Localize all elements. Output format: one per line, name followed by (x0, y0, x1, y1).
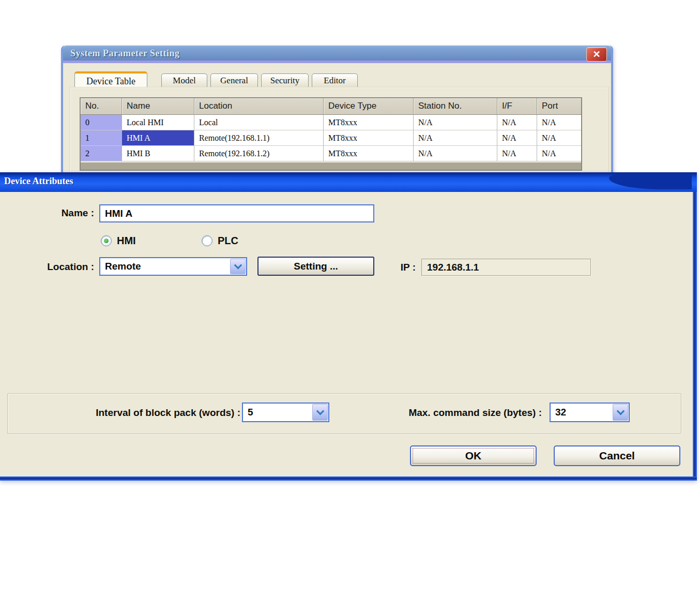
tab-model[interactable]: Model (161, 73, 207, 87)
cell-no[interactable]: 0 (81, 115, 122, 130)
cell-device-type[interactable]: MT8xxx (324, 130, 414, 146)
column-header-no: No. (81, 98, 122, 115)
device-table: No. Name Location Device Type Station No… (80, 97, 582, 171)
column-header-name: Name (122, 98, 194, 115)
close-icon[interactable]: ✕ (586, 47, 607, 62)
cell-if[interactable]: N/A (497, 130, 537, 146)
ip-value-field: 192.168.1.1 (421, 259, 591, 276)
location-label: Location : (16, 259, 94, 275)
cell-no[interactable]: 2 (81, 146, 122, 161)
radio-hmi[interactable]: HMI (101, 233, 136, 248)
name-label: Name : (31, 205, 94, 221)
cell-name-selected[interactable]: HMI A (122, 130, 194, 146)
column-header-station-no: Station No. (414, 98, 497, 115)
dialog-title: Device Attributes (4, 176, 73, 187)
table-row: 2 HMI B Remote(192.168.1.2) MT8xxx N/A N… (81, 146, 581, 161)
cell-port[interactable]: N/A (537, 146, 581, 161)
device-attributes-titlebar[interactable]: Device Attributes (0, 172, 697, 192)
window-title: System Parameter Setting (70, 48, 180, 59)
cell-name[interactable]: Local HMI (122, 115, 194, 130)
column-header-location: Location (194, 98, 324, 115)
titlebar-swoosh-decoration (609, 174, 692, 189)
cell-station-no[interactable]: N/A (414, 130, 497, 146)
cell-location[interactable]: Local (194, 115, 324, 130)
column-header-port: Port (537, 98, 581, 115)
table-row: 1 HMI A Remote(192.168.1.1) MT8xxx N/A N… (81, 130, 581, 146)
table-row: 0 Local HMI Local MT8xxx N/A N/A N/A (81, 115, 581, 130)
cell-device-type[interactable]: MT8xxx (324, 115, 414, 130)
name-input[interactable] (99, 204, 374, 222)
max-command-size-select[interactable]: 32 (550, 403, 630, 422)
dialog-bottom-border (0, 476, 697, 481)
ip-label: IP : (389, 260, 416, 275)
cell-if[interactable]: N/A (497, 146, 537, 161)
column-header-if: I/F (497, 98, 537, 115)
column-header-device-type: Device Type (324, 98, 414, 115)
interval-selected-value: 5 (243, 407, 312, 418)
tab-general[interactable]: General (210, 73, 258, 87)
setting-button[interactable]: Setting ... (257, 257, 374, 276)
radio-plc[interactable]: PLC (202, 233, 238, 248)
cell-location[interactable]: Remote(192.168.1.2) (194, 146, 324, 161)
ok-button[interactable]: OK (410, 445, 537, 466)
radio-hmi-label[interactable]: HMI (117, 235, 136, 247)
cancel-button[interactable]: Cancel (554, 445, 680, 466)
dialog-right-border (693, 172, 697, 481)
tab-device-table[interactable]: Device Table (74, 71, 147, 87)
cell-device-type[interactable]: MT8xxx (324, 146, 414, 161)
interval-of-block-pack-label: Interval of block pack (words) : (26, 405, 240, 421)
tab-editor[interactable]: Editor (312, 73, 358, 87)
cell-station-no[interactable]: N/A (414, 146, 497, 161)
cell-if[interactable]: N/A (497, 115, 537, 130)
system-parameter-titlebar[interactable]: System Parameter Setting ✕ (63, 46, 611, 63)
chevron-down-icon[interactable] (613, 404, 628, 421)
radio-unselected-icon[interactable] (202, 235, 212, 246)
table-empty-area (81, 161, 581, 170)
tab-security[interactable]: Security (261, 73, 309, 87)
table-header-row: No. Name Location Device Type Station No… (81, 98, 581, 115)
radio-plc-label[interactable]: PLC (218, 235, 238, 247)
max-command-size-label: Max. command size (bytes) : (344, 405, 542, 421)
interval-of-block-pack-select[interactable]: 5 (242, 403, 329, 422)
location-select[interactable]: Remote (99, 257, 247, 276)
cell-station-no[interactable]: N/A (414, 115, 497, 130)
device-attributes-dialog: Device Attributes Name : HMI PLC Locatio… (0, 172, 697, 481)
chevron-down-icon[interactable] (230, 259, 246, 274)
cell-location[interactable]: Remote(192.168.1.1) (194, 130, 324, 146)
screen: System Parameter Setting ✕ Device Table … (0, 0, 700, 596)
location-selected-value: Remote (100, 261, 230, 272)
cell-no[interactable]: 1 (81, 130, 122, 146)
radio-selected-icon[interactable] (101, 235, 112, 246)
max-command-selected-value: 32 (551, 407, 612, 418)
cell-name[interactable]: HMI B (122, 146, 194, 161)
chevron-down-icon[interactable] (312, 404, 328, 421)
cell-port[interactable]: N/A (537, 115, 581, 130)
cell-port[interactable]: N/A (537, 130, 581, 146)
